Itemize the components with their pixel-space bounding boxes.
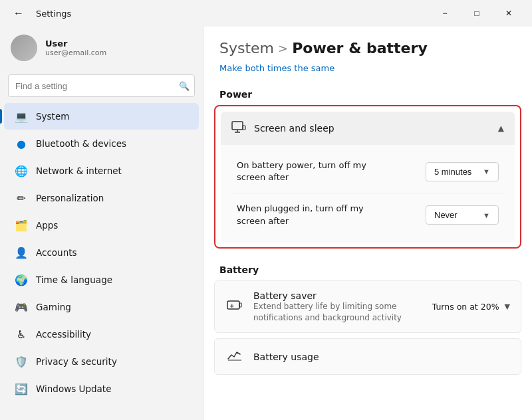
sidebar-item-label-accessibility: Accessibility bbox=[36, 329, 91, 340]
sidebar-item-label-network: Network & internet bbox=[36, 165, 122, 176]
minimize-button[interactable]: − bbox=[430, 3, 460, 24]
back-button[interactable]: ← bbox=[8, 3, 29, 24]
sidebar-item-time[interactable]: 🌍 Time & language bbox=[4, 266, 199, 293]
sidebar-item-privacy[interactable]: 🛡️ Privacy & security bbox=[4, 348, 199, 375]
svg-rect-0 bbox=[232, 122, 243, 130]
plugged-screen-label: When plugged in, turn off my screen afte… bbox=[237, 203, 370, 227]
maximize-button[interactable]: □ bbox=[462, 3, 492, 24]
plugged-screen-row: When plugged in, turn off my screen afte… bbox=[231, 193, 504, 236]
sidebar-item-apps[interactable]: 🗂️ Apps bbox=[4, 212, 199, 239]
sidebar-item-label-update: Windows Update bbox=[36, 383, 111, 394]
avatar bbox=[11, 35, 37, 61]
user-info: User user@email.com bbox=[45, 39, 106, 57]
screen-sleep-title: Screen and sleep bbox=[254, 123, 334, 134]
user-profile: User user@email.com bbox=[0, 27, 203, 69]
battery-saver-icon: + bbox=[225, 296, 244, 317]
time-icon: 🌍 bbox=[15, 273, 28, 286]
search-icon: 🔍 bbox=[179, 81, 190, 91]
sidebar-item-update[interactable]: 🔄 Windows Update bbox=[4, 375, 199, 402]
chevron-up-icon: ▲ bbox=[498, 124, 504, 133]
sidebar-item-label-accounts: Accounts bbox=[36, 247, 77, 258]
apps-icon: 🗂️ bbox=[15, 219, 28, 232]
update-icon: 🔄 bbox=[15, 382, 28, 395]
sidebar-item-personalization[interactable]: ✏️ Personalization bbox=[4, 185, 199, 211]
breadcrumb-current: Power & battery bbox=[292, 40, 428, 56]
battery-saver-chevron-icon: ▼ bbox=[505, 302, 510, 311]
make-same-times-link[interactable]: Make both times the same bbox=[203, 63, 532, 84]
battery-saver-card: + Battery saver Extend battery life by l… bbox=[214, 280, 521, 334]
user-name: User bbox=[45, 39, 106, 49]
personalization-icon: ✏️ bbox=[15, 191, 28, 205]
system-icon: 💻 bbox=[15, 110, 28, 123]
battery-usage-row: Battery usage bbox=[215, 339, 521, 374]
battery-screen-label: On battery power, turn off my screen aft… bbox=[237, 159, 370, 183]
sidebar-item-label-privacy: Privacy & security bbox=[36, 356, 117, 367]
screen-sleep-body: On battery power, turn off my screen aft… bbox=[221, 145, 515, 242]
battery-section: + Battery saver Extend battery life by l… bbox=[214, 280, 521, 375]
search-input[interactable] bbox=[8, 74, 195, 97]
power-section-label: Power bbox=[203, 84, 532, 105]
breadcrumb-parent: System bbox=[219, 40, 274, 56]
app-body: User user@email.com 🔍 💻 System ● Bluetoo… bbox=[0, 27, 532, 420]
screen-sleep-header-left: Screen and sleep bbox=[231, 121, 334, 136]
power-section: Screen and sleep ▲ On battery power, tur… bbox=[214, 105, 521, 249]
plugged-screen-arrow-icon: ▼ bbox=[483, 211, 490, 219]
sidebar-nav: 💻 System ● Bluetooth & devices 🌐 Network… bbox=[0, 102, 203, 403]
sidebar-item-label-bluetooth: Bluetooth & devices bbox=[36, 138, 126, 149]
search-box: 🔍 bbox=[8, 74, 195, 97]
app-title: Settings bbox=[36, 9, 71, 19]
sidebar-item-gaming[interactable]: 🎮 Gaming bbox=[4, 294, 199, 320]
accessibility-icon: ♿ bbox=[15, 328, 28, 341]
battery-saver-info: Battery saver Extend battery life by lim… bbox=[253, 290, 423, 324]
battery-saver-desc: Extend battery life by limiting some not… bbox=[253, 301, 423, 324]
battery-screen-value: 5 minutes bbox=[434, 167, 471, 177]
sidebar-item-label-system: System bbox=[36, 111, 69, 122]
sidebar: User user@email.com 🔍 💻 System ● Bluetoo… bbox=[0, 27, 203, 420]
maximize-icon: □ bbox=[474, 9, 479, 18]
screen-sleep-panel: Screen and sleep ▲ On battery power, tur… bbox=[221, 112, 515, 242]
screen-sleep-header[interactable]: Screen and sleep ▲ bbox=[221, 112, 515, 145]
main-content: System > Power & battery Make both times… bbox=[203, 27, 532, 420]
battery-saver-turns-on: Turns on at 20% bbox=[432, 302, 499, 312]
bluetooth-icon: ● bbox=[15, 137, 28, 150]
screen-sleep-icon bbox=[231, 121, 246, 136]
breadcrumb: System > Power & battery bbox=[203, 27, 532, 63]
close-button[interactable]: ✕ bbox=[493, 3, 524, 24]
battery-screen-row: On battery power, turn off my screen aft… bbox=[231, 150, 504, 193]
user-email: user@email.com bbox=[45, 49, 106, 57]
battery-saver-row: + Battery saver Extend battery life by l… bbox=[215, 281, 521, 333]
minimize-icon: − bbox=[442, 9, 447, 18]
gaming-icon: 🎮 bbox=[15, 300, 28, 314]
network-icon: 🌐 bbox=[15, 164, 28, 177]
plugged-screen-value: Never bbox=[434, 210, 458, 220]
sidebar-item-label-personalization: Personalization bbox=[36, 193, 104, 203]
sidebar-item-label-apps: Apps bbox=[36, 220, 58, 231]
plugged-screen-dropdown[interactable]: Never ▼ bbox=[426, 205, 499, 225]
sidebar-item-system[interactable]: 💻 System bbox=[4, 103, 199, 130]
battery-screen-arrow-icon: ▼ bbox=[483, 167, 490, 175]
battery-section-label: Battery bbox=[203, 259, 532, 280]
battery-saver-right: Turns on at 20% ▼ bbox=[432, 302, 510, 312]
sidebar-item-bluetooth[interactable]: ● Bluetooth & devices bbox=[4, 130, 199, 157]
svg-rect-5 bbox=[239, 303, 241, 307]
window-controls: − □ ✕ bbox=[430, 3, 524, 24]
battery-saver-title: Battery saver bbox=[253, 290, 423, 301]
battery-usage-title: Battery usage bbox=[253, 352, 319, 362]
sidebar-item-accounts[interactable]: 👤 Accounts bbox=[4, 239, 199, 266]
title-bar: ← Settings − □ ✕ bbox=[0, 0, 532, 27]
close-icon: ✕ bbox=[505, 9, 512, 18]
privacy-icon: 🛡️ bbox=[15, 355, 28, 368]
accounts-icon: 👤 bbox=[15, 246, 28, 259]
back-icon: ← bbox=[13, 7, 24, 19]
svg-text:+: + bbox=[229, 302, 235, 309]
battery-screen-dropdown[interactable]: 5 minutes ▼ bbox=[426, 162, 499, 181]
sidebar-item-network[interactable]: 🌐 Network & internet bbox=[4, 158, 199, 184]
sidebar-item-label-gaming: Gaming bbox=[36, 302, 71, 312]
breadcrumb-separator: > bbox=[278, 41, 288, 55]
sidebar-item-label-time: Time & language bbox=[36, 274, 112, 285]
battery-usage-card[interactable]: Battery usage bbox=[214, 338, 521, 375]
battery-usage-icon bbox=[225, 348, 244, 365]
sidebar-item-accessibility[interactable]: ♿ Accessibility bbox=[4, 321, 199, 348]
